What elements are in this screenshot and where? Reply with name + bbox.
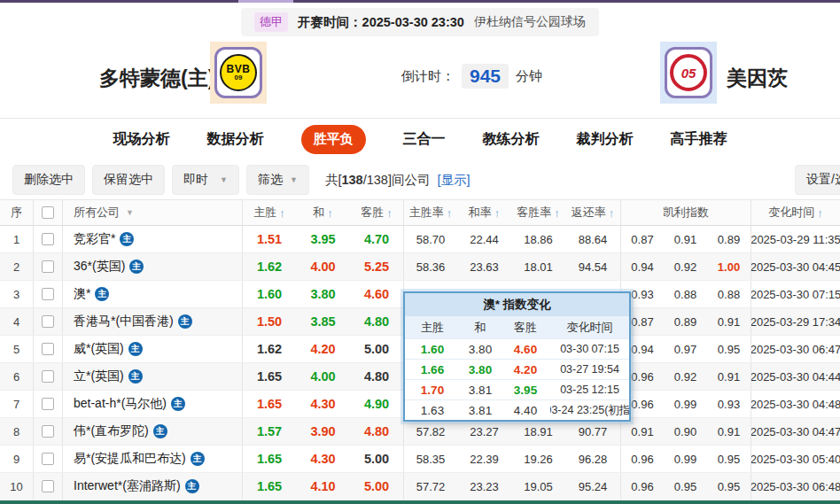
draw-odds[interactable]: 4.00: [296, 253, 350, 280]
company-name: 澳*: [74, 286, 90, 302]
away-odds[interactable]: 4.80: [350, 363, 403, 390]
change-time: 2025-03-29 17:34: [751, 308, 840, 335]
draw-odds[interactable]: 3.85: [296, 308, 350, 335]
away-odds[interactable]: 5.25: [350, 253, 403, 280]
away-odds[interactable]: 4.80: [350, 418, 403, 445]
popup-away-odds: 4.40: [501, 400, 550, 420]
tab-live[interactable]: 现场分析: [113, 130, 170, 149]
col-home-rate-label: 主胜率: [409, 205, 444, 221]
popup-home-odds: 1.70: [405, 380, 460, 399]
draw-odds[interactable]: 4.30: [296, 446, 350, 472]
row-checkbox[interactable]: [42, 398, 54, 410]
row-checkbox[interactable]: [42, 425, 54, 438]
draw-odds[interactable]: 3.95: [296, 226, 350, 252]
row-index: 1: [0, 226, 33, 252]
col-draw-rate[interactable]: 和率↑: [457, 200, 511, 225]
instant-dropdown[interactable]: 即时 ▼: [172, 165, 239, 195]
row-checkbox-cell: [33, 391, 62, 417]
table-row[interactable]: 8伟*(直布罗陀)主1.573.904.8057.8223.2718.9190.…: [0, 418, 840, 446]
row-index: 9: [0, 446, 33, 472]
change-time: 2025-03-30 06:48: [751, 473, 840, 500]
home-odds[interactable]: 1.50: [242, 308, 296, 335]
table-row[interactable]: 236*(英国)主1.624.005.2558.3623.6318.0194.5…: [0, 253, 840, 281]
company-cell[interactable]: 竞彩官*主: [62, 226, 242, 252]
settings-select-button[interactable]: 设置/选择: [795, 165, 840, 195]
company-cell[interactable]: 香港马*(中国香港)主: [62, 308, 242, 335]
kelly-away: 0.88: [707, 281, 751, 307]
home-odds[interactable]: 1.65: [242, 363, 296, 390]
company-cell[interactable]: 伟*(直布罗陀)主: [62, 418, 242, 445]
filter-dropdown-value: 筛选: [258, 172, 283, 188]
popup-title: 澳* 指数变化: [405, 293, 629, 316]
venue-name: 伊杜纳信号公园球场: [474, 14, 586, 30]
delete-selected-button[interactable]: 删除选中: [12, 165, 85, 195]
league-badge[interactable]: 德甲: [254, 12, 288, 32]
change-time: 2025-03-30 05:40: [751, 446, 840, 472]
col-draw-odds[interactable]: 和↑: [296, 200, 350, 225]
company-cell[interactable]: 澳*主: [62, 281, 242, 307]
company-cell[interactable]: 立*(英国)主: [62, 363, 242, 390]
company-cell[interactable]: Interwet*(塞浦路斯)主: [62, 473, 242, 500]
tab-coach[interactable]: 教练分析: [483, 130, 540, 149]
kelly-home: 0.94: [620, 253, 664, 280]
tab-data[interactable]: 数据分析: [207, 130, 264, 149]
filter-dropdown[interactable]: 筛选 ▼: [246, 165, 309, 195]
col-change-time[interactable]: 变化时间↑: [751, 200, 840, 225]
return-rate: 95.24: [565, 473, 620, 500]
table-row[interactable]: 9易*(安提瓜和巴布达)主1.654.305.0058.3522.3919.26…: [0, 446, 840, 473]
company-cell[interactable]: 易*(安提瓜和巴布达)主: [62, 446, 242, 472]
draw-odds[interactable]: 4.20: [296, 336, 350, 362]
col-company-label: 所有公司: [74, 205, 120, 221]
home-odds[interactable]: 1.51: [242, 226, 296, 252]
kelly-draw: 0.97: [664, 336, 707, 362]
company-cell[interactable]: 36*(英国)主: [62, 253, 242, 280]
draw-odds[interactable]: 4.10: [296, 473, 350, 500]
away-odds[interactable]: 4.80: [350, 308, 403, 335]
away-odds[interactable]: 4.70: [350, 226, 403, 252]
select-all-checkbox[interactable]: [42, 206, 54, 219]
tab-expert[interactable]: 高手推荐: [671, 130, 727, 149]
col-home-odds[interactable]: 主胜↑: [242, 200, 296, 225]
row-checkbox[interactable]: [42, 260, 54, 273]
row-checkbox[interactable]: [42, 370, 54, 383]
away-odds[interactable]: 4.60: [350, 281, 403, 307]
row-checkbox[interactable]: [42, 288, 54, 300]
home-odds[interactable]: 1.60: [242, 281, 296, 307]
tab-three-in-one[interactable]: 三合一: [403, 130, 446, 149]
tab-referee[interactable]: 裁判分析: [577, 130, 634, 149]
table-row[interactable]: 1竞彩官*主1.513.954.7058.7022.4418.8688.640.…: [0, 226, 840, 253]
away-odds[interactable]: 5.00: [350, 446, 403, 472]
sort-up-icon: ↑: [327, 206, 333, 220]
change-time: 2025-03-29 11:35: [751, 226, 840, 252]
draw-odds[interactable]: 4.00: [296, 363, 350, 390]
col-company[interactable]: 所有公司 ▼: [62, 200, 242, 225]
draw-odds[interactable]: 4.30: [296, 391, 350, 417]
away-odds[interactable]: 5.00: [350, 473, 403, 500]
col-return-rate[interactable]: 返还率↑: [565, 200, 620, 225]
company-cell[interactable]: 威*(英国)主: [62, 336, 242, 362]
show-link[interactable]: [显示]: [437, 173, 470, 187]
row-checkbox[interactable]: [42, 480, 54, 492]
home-odds[interactable]: 1.62: [242, 336, 296, 362]
tab-1x2[interactable]: 胜平负: [301, 125, 366, 154]
row-checkbox[interactable]: [42, 315, 54, 328]
col-home-rate[interactable]: 主胜率↑: [403, 200, 457, 225]
col-away-odds[interactable]: 客胜↑: [350, 200, 403, 225]
draw-odds[interactable]: 3.90: [296, 418, 350, 445]
table-row[interactable]: 10Interwet*(塞浦路斯)主1.654.105.0057.7223.23…: [0, 473, 840, 500]
draw-odds[interactable]: 3.80: [296, 281, 350, 307]
col-away-rate[interactable]: 客胜率↑: [511, 200, 565, 225]
row-checkbox[interactable]: [42, 343, 54, 355]
keep-selected-button[interactable]: 保留选中: [92, 165, 165, 195]
home-odds[interactable]: 1.57: [242, 418, 296, 445]
home-odds[interactable]: 1.65: [242, 473, 296, 500]
away-odds[interactable]: 4.90: [350, 391, 403, 417]
home-odds[interactable]: 1.62: [242, 253, 296, 280]
away-odds[interactable]: 5.00: [350, 336, 403, 362]
home-odds[interactable]: 1.65: [242, 446, 296, 472]
row-checkbox[interactable]: [42, 233, 54, 245]
draw-rate: 23.27: [457, 418, 511, 445]
row-checkbox[interactable]: [42, 453, 54, 465]
company-cell[interactable]: bet-at-h*(马尔他)主: [62, 391, 242, 417]
home-odds[interactable]: 1.65: [242, 391, 296, 417]
